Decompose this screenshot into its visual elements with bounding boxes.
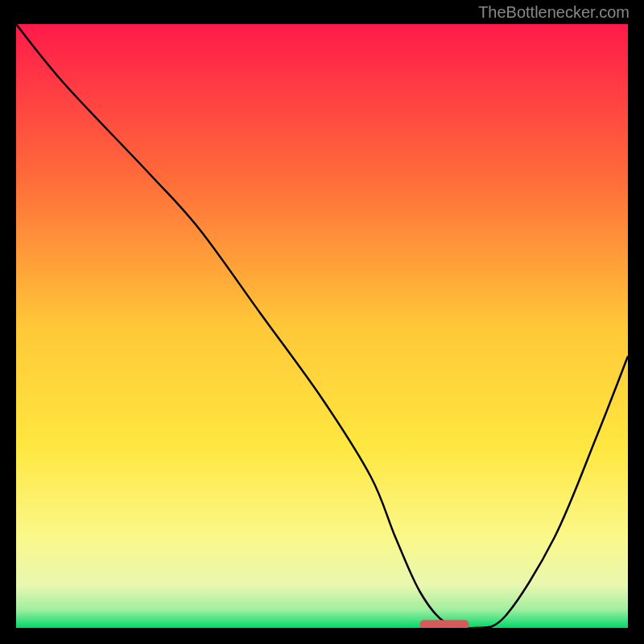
bottleneck-chart (16, 24, 628, 628)
watermark-text: TheBottlenecker.com (478, 3, 630, 22)
gradient-background (16, 24, 628, 628)
optimal-marker (420, 620, 469, 628)
chart-container: TheBottlenecker.com (0, 0, 644, 644)
plot-area (16, 24, 628, 628)
